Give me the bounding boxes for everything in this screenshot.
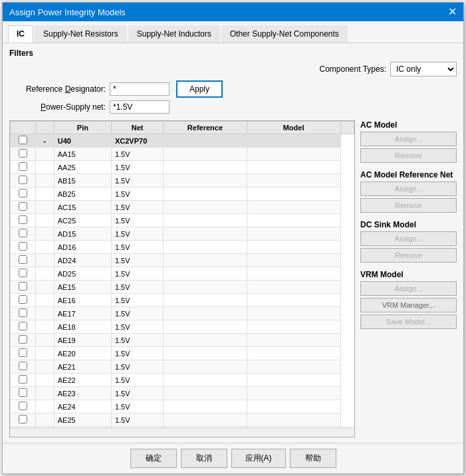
row-reference: [164, 201, 247, 214]
row-checkbox[interactable]: [11, 334, 36, 347]
tab-supply-net-inductors[interactable]: Supply-Net Inductors: [128, 25, 220, 43]
component-types-select[interactable]: IC only: [390, 62, 457, 76]
vrm-model-assign-button[interactable]: Assign...: [360, 281, 457, 296]
row-reference: [164, 360, 247, 374]
table-row[interactable]: AE18 1.5V: [11, 320, 354, 334]
ac-model-assign-button[interactable]: Assign...: [360, 132, 457, 146]
dc-sink-model-remove-button[interactable]: Remove: [360, 248, 457, 263]
group-model: XC2VP70: [111, 134, 340, 148]
apply-button[interactable]: Apply: [176, 80, 223, 98]
table-wrapper[interactable]: Pin Net Reference Model - U40 XC2VP70 AA…: [10, 121, 354, 427]
table-row[interactable]: AE20 1.5V: [11, 347, 354, 360]
row-net: 1.5V: [111, 400, 163, 414]
row-checkbox[interactable]: [11, 347, 36, 360]
row-checkbox[interactable]: [11, 161, 36, 174]
row-model: [247, 227, 340, 241]
table-row[interactable]: AD16 1.5V: [11, 241, 354, 254]
row-checkbox[interactable]: [11, 374, 36, 387]
table-row[interactable]: AA15 1.5V: [11, 148, 354, 161]
table-row[interactable]: AB25 1.5V: [11, 187, 354, 201]
row-reference: [164, 320, 247, 334]
row-checkbox[interactable]: [11, 387, 36, 400]
ac-model-ref-net-assign-button[interactable]: Assign...: [360, 181, 457, 196]
ref-designator-input[interactable]: [110, 82, 170, 96]
table-row[interactable]: AB15 1.5V: [11, 174, 354, 187]
table-group-row[interactable]: - U40 XC2VP70: [11, 134, 354, 148]
save-model-button[interactable]: Save Model...: [360, 314, 457, 329]
col-header-scroll: [340, 122, 354, 134]
row-net: 1.5V: [111, 374, 163, 387]
row-checkbox[interactable]: [11, 241, 36, 254]
row-net: 1.5V: [111, 347, 163, 360]
row-reference: [164, 307, 247, 320]
row-checkbox[interactable]: [11, 267, 36, 281]
table-row[interactable]: AE21 1.5V: [11, 360, 354, 374]
table-row[interactable]: AE17 1.5V: [11, 307, 354, 320]
table-row[interactable]: AC25 1.5V: [11, 214, 354, 227]
close-button[interactable]: ✕: [448, 7, 457, 17]
row-checkbox[interactable]: [11, 414, 36, 427]
table-row[interactable]: AE25 1.5V: [11, 414, 354, 427]
row-checkbox[interactable]: [11, 174, 36, 187]
apply-bottom-button[interactable]: 应用(A): [231, 449, 286, 468]
power-supply-net-input[interactable]: [110, 100, 170, 114]
table-row[interactable]: AE16 1.5V: [11, 294, 354, 307]
table-row[interactable]: AD24 1.5V: [11, 254, 354, 267]
row-checkbox[interactable]: [11, 148, 36, 161]
row-reference: [164, 174, 247, 187]
power-supply-net-row: Power-Supply net:: [9, 100, 457, 114]
row-reference: [164, 241, 247, 254]
dc-sink-model-title: DC Sink Model: [360, 220, 457, 229]
row-reference: [164, 187, 247, 201]
table-row[interactable]: AE22 1.5V: [11, 374, 354, 387]
ok-button[interactable]: 确定: [130, 449, 177, 468]
help-button[interactable]: 帮助: [290, 449, 336, 468]
col-header-model: Model: [247, 122, 340, 134]
tab-ic[interactable]: IC: [8, 25, 33, 43]
col-header-check: [11, 122, 36, 134]
row-reference: [164, 294, 247, 307]
group-checkbox[interactable]: [11, 134, 36, 148]
row-checkbox[interactable]: [11, 320, 36, 334]
filters-section: Filters Component Types: IC only Referen…: [9, 49, 457, 116]
vrm-manager-button[interactable]: VRM Manager...: [360, 298, 457, 312]
row-model: [247, 187, 340, 201]
row-checkbox[interactable]: [11, 201, 36, 214]
tab-supply-net-resistors[interactable]: Supply-Net Resistors: [35, 25, 127, 43]
horizontal-scrollbar[interactable]: [10, 427, 354, 437]
row-model: [247, 387, 340, 400]
row-checkbox[interactable]: [11, 214, 36, 227]
tab-other-supply-net-components[interactable]: Other Supply-Net Components: [221, 25, 348, 43]
row-checkbox[interactable]: [11, 400, 36, 414]
ac-model-remove-button[interactable]: Remove: [360, 148, 457, 163]
row-checkbox[interactable]: [11, 360, 36, 374]
tab-bar: IC Supply-Net Resistors Supply-Net Induc…: [3, 21, 463, 43]
table-row[interactable]: AA25 1.5V: [11, 161, 354, 174]
row-checkbox[interactable]: [11, 307, 36, 320]
row-net: 1.5V: [111, 241, 163, 254]
row-checkbox[interactable]: [11, 227, 36, 241]
row-net: 1.5V: [111, 320, 163, 334]
row-checkbox[interactable]: [11, 187, 36, 201]
ac-model-ref-net-remove-button[interactable]: Remove: [360, 198, 457, 213]
row-pin: AA15: [54, 148, 111, 161]
table-row[interactable]: AC15 1.5V: [11, 201, 354, 214]
row-reference: [164, 267, 247, 281]
row-checkbox[interactable]: [11, 254, 36, 267]
table-row[interactable]: AD15 1.5V: [11, 227, 354, 241]
row-checkbox[interactable]: [11, 281, 36, 294]
dc-sink-model-assign-button[interactable]: Assign...: [360, 231, 457, 246]
row-net: 1.5V: [111, 360, 163, 374]
row-model: [247, 281, 340, 294]
row-reference: [164, 400, 247, 414]
table-row[interactable]: AE19 1.5V: [11, 334, 354, 347]
table-row[interactable]: AE23 1.5V: [11, 387, 354, 400]
group-expand[interactable]: -: [35, 134, 54, 148]
col-header-pin: Pin: [54, 122, 111, 134]
table-row[interactable]: AE24 1.5V: [11, 400, 354, 414]
table-row[interactable]: AE15 1.5V: [11, 281, 354, 294]
cancel-button[interactable]: 取消: [181, 449, 227, 468]
table-row[interactable]: AD25 1.5V: [11, 267, 354, 281]
row-checkbox[interactable]: [11, 294, 36, 307]
row-pin: AD15: [54, 227, 111, 241]
